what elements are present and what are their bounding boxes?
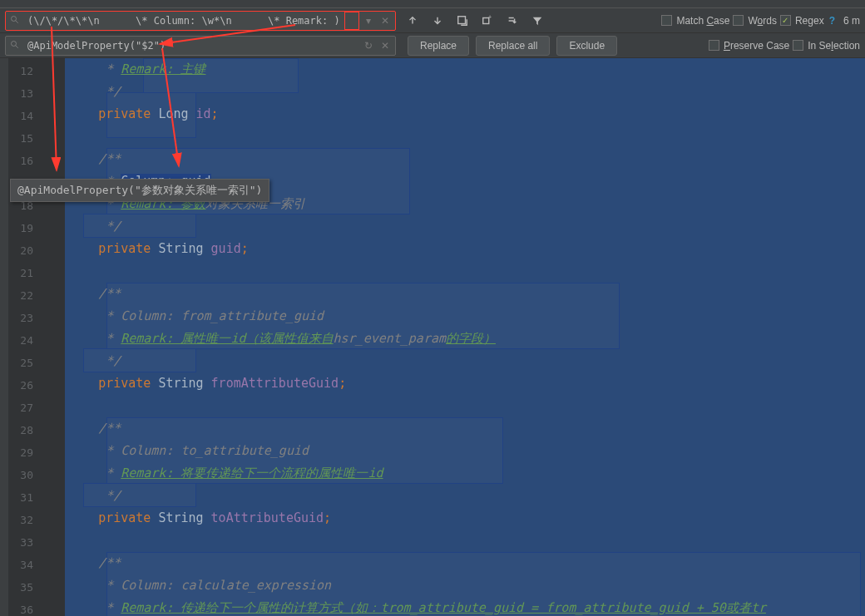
line-number: 21 (8, 262, 52, 284)
svg-line-6 (16, 45, 18, 47)
line-number: 23 (8, 307, 52, 329)
line-number: 33 (8, 531, 52, 554)
prev-match-icon[interactable] (404, 12, 421, 29)
regex-checkbox[interactable]: Regex (780, 15, 824, 27)
code-line[interactable]: private String toAttributeGuid; (65, 507, 865, 530)
toggle-multiline-icon[interactable] (504, 12, 521, 29)
code-line[interactable]: */ (65, 485, 865, 507)
clear-find-icon[interactable]: ✕ (378, 13, 393, 28)
code-line[interactable] (65, 126, 865, 148)
line-number: 26 (8, 374, 52, 397)
line-number: 13 (8, 82, 52, 105)
find-bar: ▾ ✕ + Match Case Words Regex ? 6 m (0, 8, 865, 33)
line-number: 12 (8, 60, 52, 82)
line-number: 28 (8, 419, 52, 441)
replace-all-button[interactable]: Replace all (476, 36, 550, 56)
code-line[interactable]: */ (65, 215, 865, 238)
code-line[interactable]: * Column: from_attribute_guid (65, 305, 865, 328)
gutter[interactable]: 1213141516171819202122232425262728293031… (8, 58, 52, 616)
code-line[interactable]: private String fromAttributeGuid; (65, 372, 865, 395)
code-line[interactable] (65, 260, 865, 283)
line-number: 32 (8, 509, 52, 531)
replace-history-icon[interactable]: ↻ (361, 38, 376, 53)
line-number: 24 (8, 329, 52, 352)
replace-input-wrap: ↻ ✕ (5, 36, 396, 56)
find-input[interactable] (24, 15, 345, 27)
code-line[interactable]: * Column: to_attribute_guid (65, 440, 865, 462)
line-number: 22 (8, 284, 52, 307)
replace-bar: ↻ ✕ Replace Replace all Exclude Preserve… (0, 33, 865, 58)
fold-column[interactable] (52, 58, 65, 616)
match-count: 6 m (843, 15, 860, 27)
line-number: 19 (8, 217, 52, 239)
match-case-checkbox[interactable]: Match Case (661, 15, 729, 27)
code-line[interactable]: * Column: calculate_expression (65, 574, 865, 597)
line-number: 20 (8, 239, 52, 262)
end-of-pattern-marker (344, 12, 359, 30)
code-line[interactable] (65, 530, 865, 552)
words-checkbox[interactable]: Words (733, 15, 776, 27)
line-number: 15 (8, 127, 52, 150)
code-line[interactable]: * Remark: 将要传递给下一个流程的属性唯一id (65, 462, 865, 485)
history-dropdown-icon[interactable]: ▾ (361, 13, 376, 28)
code-line[interactable]: * Remark: 主键 (65, 58, 865, 81)
code-line[interactable]: * Remark: 传递给下一个属性的计算方式（如：trom_attribute… (65, 597, 865, 616)
clear-replace-icon[interactable]: ✕ (378, 38, 393, 53)
svg-text:+: + (488, 15, 492, 20)
replace-input[interactable] (24, 40, 361, 52)
preserve-case-checkbox[interactable]: Preserve Case (709, 40, 789, 52)
line-number: 16 (8, 150, 52, 172)
svg-point-5 (12, 41, 17, 46)
line-number: 36 (8, 599, 52, 616)
code-line[interactable]: */ (65, 81, 865, 103)
line-number: 25 (8, 352, 52, 374)
line-number: 34 (8, 554, 52, 576)
add-selection-icon[interactable]: + (479, 12, 496, 29)
in-selection-checkbox[interactable]: In Selection (793, 40, 860, 52)
line-number: 35 (8, 576, 52, 599)
select-all-icon[interactable] (454, 12, 471, 29)
line-number: 31 (8, 486, 52, 509)
svg-point-0 (12, 16, 17, 21)
code-line[interactable]: /** (65, 417, 865, 440)
code-area[interactable]: * Remark: 主键 */ private Long id; /** * C… (65, 58, 865, 616)
replace-icon (6, 40, 24, 52)
svg-line-1 (16, 20, 18, 22)
code-line[interactable]: /** (65, 552, 865, 574)
line-number: 30 (8, 464, 52, 486)
replace-button[interactable]: Replace (408, 36, 469, 56)
next-match-icon[interactable] (429, 12, 446, 29)
line-number: 14 (8, 105, 52, 127)
tab-strip (0, 0, 865, 8)
code-line[interactable]: /** (65, 148, 865, 170)
find-input-wrap: ▾ ✕ (5, 11, 396, 31)
code-line[interactable]: * Remark: 属性唯一id（该属性值来自hsr_event_param的字… (65, 328, 865, 350)
code-line[interactable]: private Long id; (65, 103, 865, 126)
code-line[interactable]: /** (65, 283, 865, 305)
filter-icon[interactable] (529, 12, 546, 29)
code-line[interactable] (65, 395, 865, 417)
code-line[interactable]: private String guid; (65, 238, 865, 260)
regex-help-icon[interactable]: ? (829, 15, 835, 27)
code-line[interactable]: */ (65, 350, 865, 372)
line-number: 27 (8, 397, 52, 419)
svg-rect-2 (458, 16, 466, 23)
replace-preview-tooltip: @ApiModelProperty("参数对象关系唯一索引") (10, 179, 269, 202)
search-icon (6, 15, 24, 27)
editor-area: 1213141516171819202122232425262728293031… (0, 58, 865, 616)
tool-window-stripe[interactable] (0, 58, 8, 616)
line-number: 29 (8, 441, 52, 464)
exclude-button[interactable]: Exclude (556, 36, 617, 56)
